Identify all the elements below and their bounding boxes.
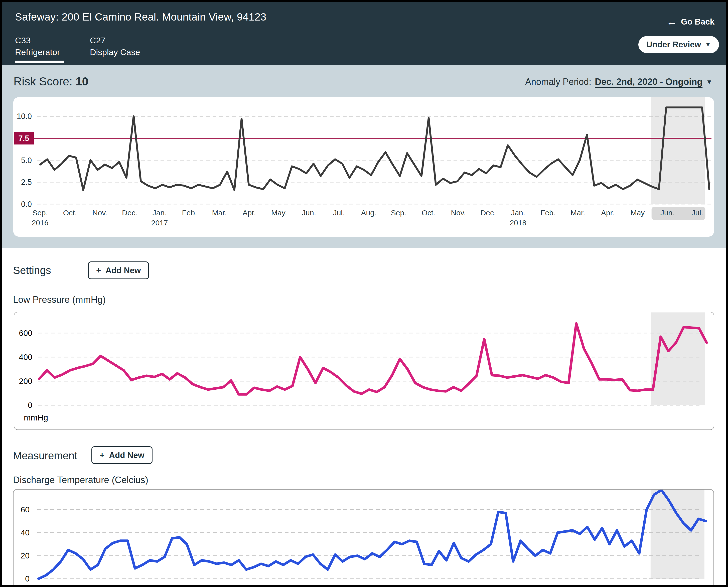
svg-text:200: 200 bbox=[19, 377, 32, 386]
go-back-button[interactable]: ← Go Back bbox=[666, 17, 714, 27]
svg-text:Dec.: Dec. bbox=[480, 209, 496, 217]
status-dropdown[interactable]: Under Review ▼ bbox=[638, 36, 719, 53]
svg-text:Jun.: Jun. bbox=[660, 209, 675, 217]
tab-id: C33 bbox=[15, 34, 60, 46]
svg-text:Sep.: Sep. bbox=[32, 209, 48, 217]
svg-text:60: 60 bbox=[21, 505, 29, 514]
chevron-down-icon[interactable]: ▼ bbox=[706, 78, 712, 86]
risk-score-chart-card: 0.02.55.010.07.5Sep.2016Oct.Nov.Dec.Jan.… bbox=[13, 97, 714, 237]
back-arrow-icon: ← bbox=[666, 17, 677, 27]
svg-text:Jan.: Jan. bbox=[511, 209, 525, 217]
discharge-temperature-chart: 0204060 bbox=[14, 490, 713, 585]
svg-text:May: May bbox=[631, 209, 645, 217]
tab-c33-refrigerator[interactable]: C33 Refrigerator bbox=[15, 34, 60, 58]
top-header: Safeway: 200 El Camino Real. Mountain Vi… bbox=[2, 2, 726, 65]
status-badge: Under Review bbox=[647, 40, 701, 49]
low-pressure-chart-title: Low Pressure (mmHg) bbox=[13, 295, 106, 305]
svg-text:Mar.: Mar. bbox=[570, 209, 585, 217]
settings-add-new-button[interactable]: + Add New bbox=[88, 261, 149, 279]
svg-text:Jul.: Jul. bbox=[333, 209, 345, 217]
svg-text:2018: 2018 bbox=[510, 219, 526, 227]
risk-score-label: Risk Score: bbox=[14, 75, 72, 88]
risk-score: Risk Score: 10 bbox=[14, 75, 88, 88]
chevron-down-icon: ▼ bbox=[705, 41, 711, 48]
risk-score-chart: 0.02.55.010.07.5Sep.2016Oct.Nov.Dec.Jan.… bbox=[13, 97, 714, 237]
svg-text:Mar.: Mar. bbox=[212, 209, 227, 217]
low-pressure-chart: 0200400600mmHg bbox=[14, 312, 714, 429]
svg-text:Apr.: Apr. bbox=[242, 209, 256, 217]
svg-text:Nov.: Nov. bbox=[92, 209, 107, 217]
add-new-label: Add New bbox=[105, 266, 141, 275]
svg-text:5.0: 5.0 bbox=[21, 156, 32, 165]
svg-text:Aug.: Aug. bbox=[361, 209, 376, 217]
tab-id: C27 bbox=[90, 34, 140, 46]
low-pressure-chart-card: 0200400600mmHg bbox=[14, 312, 714, 430]
anomaly-period-value[interactable]: Dec. 2nd, 2020 - Ongoing bbox=[595, 77, 702, 87]
svg-text:Nov.: Nov. bbox=[451, 209, 466, 217]
svg-text:2016: 2016 bbox=[32, 219, 49, 227]
svg-text:20: 20 bbox=[21, 551, 29, 560]
svg-text:400: 400 bbox=[19, 353, 32, 361]
app-window: Safeway: 200 El Camino Real. Mountain Vi… bbox=[2, 2, 726, 585]
svg-text:7.5: 7.5 bbox=[18, 134, 29, 143]
tab-label: Display Case bbox=[90, 46, 140, 58]
plus-icon: + bbox=[100, 450, 104, 460]
svg-text:2017: 2017 bbox=[151, 219, 168, 227]
svg-text:May.: May. bbox=[271, 209, 287, 217]
measurement-add-new-button[interactable]: + Add New bbox=[91, 446, 152, 464]
discharge-temperature-chart-card: 0204060 bbox=[13, 489, 714, 585]
svg-text:mmHg: mmHg bbox=[24, 413, 48, 422]
anomaly-period: Anomaly Period: Dec. 2nd, 2020 - Ongoing… bbox=[525, 77, 712, 87]
risk-section: Risk Score: 10 Anomaly Period: Dec. 2nd,… bbox=[2, 65, 726, 248]
active-tab-indicator bbox=[15, 61, 64, 63]
svg-text:Feb.: Feb. bbox=[182, 209, 197, 217]
go-back-label: Go Back bbox=[681, 17, 714, 27]
tab-c27-display-case[interactable]: C27 Display Case bbox=[90, 34, 140, 58]
add-new-label: Add New bbox=[109, 450, 144, 460]
discharge-temperature-chart-title: Discharge Temperature (Celcius) bbox=[13, 475, 148, 485]
svg-text:Sep.: Sep. bbox=[391, 209, 406, 217]
svg-text:Oct.: Oct. bbox=[63, 209, 77, 217]
risk-score-value: 10 bbox=[76, 75, 88, 88]
svg-text:Apr.: Apr. bbox=[601, 209, 614, 217]
svg-text:Feb.: Feb. bbox=[540, 209, 556, 217]
svg-text:600: 600 bbox=[19, 329, 32, 337]
page-title: Safeway: 200 El Camino Real. Mountain Vi… bbox=[15, 11, 266, 23]
svg-text:Jun.: Jun. bbox=[302, 209, 316, 217]
svg-text:Jan.: Jan. bbox=[152, 209, 167, 217]
anomaly-period-label: Anomaly Period: bbox=[525, 77, 591, 87]
svg-text:2.5: 2.5 bbox=[21, 178, 32, 187]
svg-text:0: 0 bbox=[25, 574, 29, 583]
svg-text:40: 40 bbox=[21, 528, 29, 537]
svg-text:Dec.: Dec. bbox=[122, 209, 138, 217]
settings-heading: Settings bbox=[13, 264, 51, 277]
svg-text:Oct.: Oct. bbox=[421, 209, 435, 217]
measurement-heading: Measurement bbox=[13, 450, 77, 462]
tab-label: Refrigerator bbox=[15, 46, 60, 58]
svg-text:10.0: 10.0 bbox=[17, 112, 32, 121]
plus-icon: + bbox=[96, 266, 101, 275]
svg-text:Jul.: Jul. bbox=[691, 209, 703, 217]
svg-text:0.0: 0.0 bbox=[21, 200, 32, 209]
svg-text:0: 0 bbox=[28, 401, 32, 410]
